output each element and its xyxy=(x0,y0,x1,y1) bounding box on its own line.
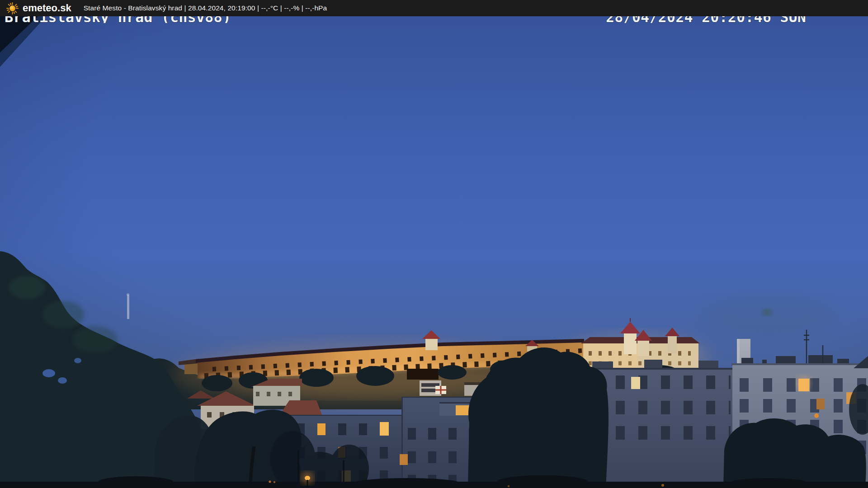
emeteo-webcam-page: emeteo.sk Staré Mesto - Bratislavský hra… xyxy=(0,0,868,488)
emeteo-logo[interactable]: emeteo.sk xyxy=(6,2,71,14)
station-info-text: Staré Mesto - Bratislavský hrad | 28.04.… xyxy=(84,4,327,12)
sun-icon xyxy=(6,2,19,14)
header-bar: emeteo.sk Staré Mesto - Bratislavský hra… xyxy=(0,0,868,16)
lit-window xyxy=(631,377,640,389)
lit-cross-window xyxy=(435,386,446,394)
webcam-image: Bratislavsky hrad (chsv88) 28/04/2024 20… xyxy=(0,16,868,488)
dusk-scene: Bratislavsky hrad (chsv88) 28/04/2024 20… xyxy=(0,16,868,488)
logo-text[interactable]: emeteo.sk xyxy=(23,2,71,14)
apartment-block-mid-right xyxy=(587,360,733,488)
